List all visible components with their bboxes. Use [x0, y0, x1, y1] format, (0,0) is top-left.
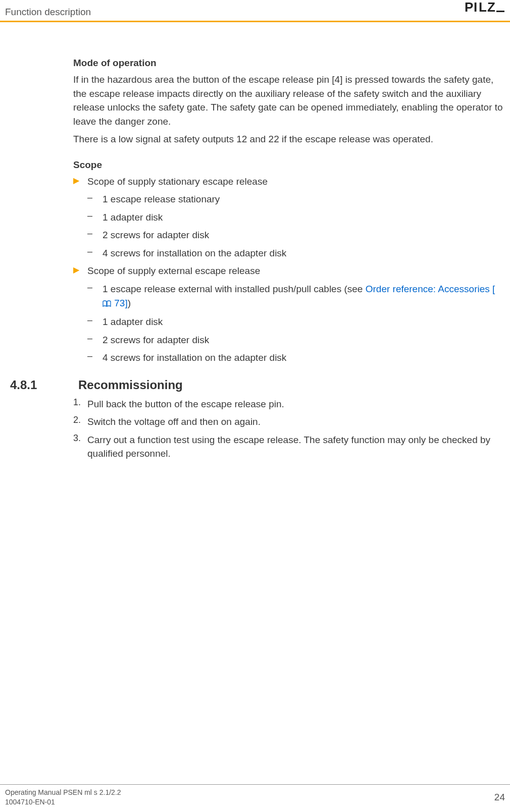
- header-title: Function description: [5, 7, 91, 18]
- list-item-label: Scope of supply external escape release: [87, 264, 504, 278]
- content-area: Mode of operation If in the hazardous ar…: [0, 22, 510, 461]
- book-icon: [103, 297, 112, 311]
- svg-rect-4: [496, 11, 504, 12]
- ordered-list-item: 1.Pull back the button of the escape rel…: [73, 397, 504, 411]
- mode-paragraph-2: There is a low signal at safety outputs …: [73, 132, 504, 146]
- list-subitem: – 1 escape release external with install…: [87, 282, 504, 311]
- section-number: 4.8.1: [5, 378, 78, 392]
- list-subitem: –1 adapter disk: [87, 315, 504, 329]
- list-subitem: –4 screws for installation on the adapte…: [87, 351, 504, 365]
- svg-text:Z: Z: [487, 1, 496, 14]
- list-subitem: –2 screws for adapter disk: [87, 333, 504, 347]
- footer-doc-info: Operating Manual PSEN ml s 2.1/2.2 10047…: [5, 788, 121, 807]
- mode-heading: Mode of operation: [73, 58, 504, 69]
- ordered-list-item: 3.Carry out a function test using the es…: [73, 433, 504, 461]
- footer-line1: Operating Manual PSEN ml s 2.1/2.2: [5, 788, 121, 797]
- list-item: ▶ Scope of supply external escape releas…: [73, 264, 504, 278]
- brand-logo: P I L Z: [465, 1, 505, 18]
- mode-paragraph-1: If in the hazardous area the button of t…: [73, 73, 504, 128]
- page-footer: Operating Manual PSEN ml s 2.1/2.2 10047…: [0, 784, 510, 812]
- bullet-arrow-icon: ▶: [73, 175, 87, 189]
- scope-list: ▶ Scope of supply stationary escape rele…: [73, 175, 504, 365]
- section-heading-row: 4.8.1 Recommissioning: [5, 378, 505, 392]
- subitem-text: 1 escape release external with installed…: [103, 284, 366, 294]
- ordered-list: 1.Pull back the button of the escape rel…: [73, 397, 504, 461]
- list-subitem: –1 adapter disk: [87, 210, 504, 225]
- page-header: Function description P I L Z: [0, 0, 510, 22]
- scope-heading: Scope: [73, 159, 504, 171]
- list-item-label: Scope of supply stationary escape releas…: [87, 175, 504, 189]
- section-title: Recommissioning: [78, 378, 183, 392]
- page-number: 24: [494, 792, 505, 803]
- list-item: ▶ Scope of supply stationary escape rele…: [73, 175, 504, 189]
- ordered-list-item: 2.Switch the voltage off and then on aga…: [73, 415, 504, 429]
- subitem-text: ): [128, 298, 131, 308]
- svg-text:L: L: [479, 1, 487, 14]
- bullet-arrow-icon: ▶: [73, 264, 87, 278]
- list-subitem: –2 screws for adapter disk: [87, 228, 504, 242]
- list-subitem: –4 screws for installation on the adapte…: [87, 246, 504, 260]
- svg-text:I: I: [474, 1, 478, 14]
- footer-line2: 1004710-EN-01: [5, 797, 121, 807]
- list-subitem: –1 escape release stationary: [87, 192, 504, 206]
- svg-text:P: P: [465, 1, 474, 14]
